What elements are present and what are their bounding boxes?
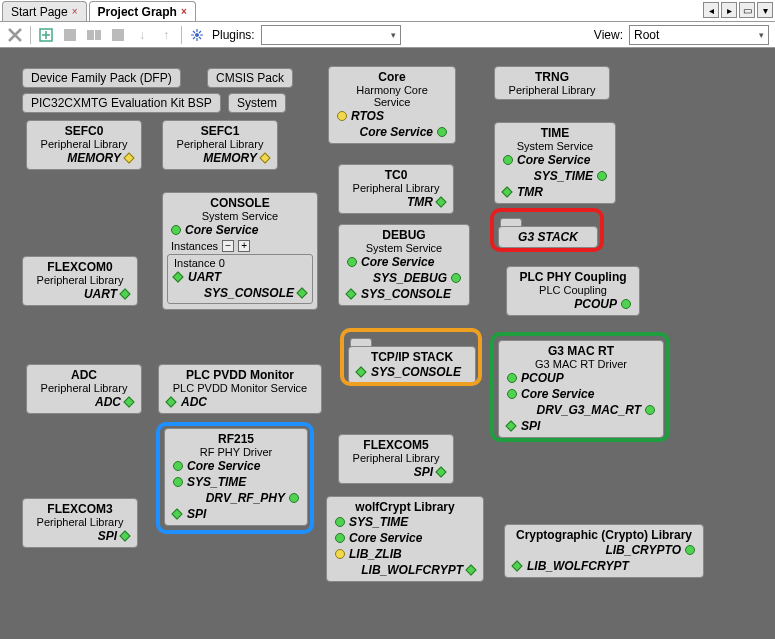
block-time[interactable]: TIME System Service Core Service SYS_TIM… (494, 122, 616, 204)
port-diamond[interactable] (355, 366, 366, 377)
port-dot[interactable] (451, 273, 461, 283)
block-tcpip[interactable]: TCP/IP STACK SYS_CONSOLE (348, 338, 476, 384)
block-title: G3 MAC RT (507, 344, 655, 358)
view-select[interactable]: Root▾ (629, 25, 769, 45)
port-label: RTOS (351, 109, 384, 123)
port-diamond[interactable] (119, 288, 130, 299)
port-diamond[interactable] (171, 508, 182, 519)
port-diamond[interactable] (296, 287, 307, 298)
block-trng[interactable]: TRNG Peripheral Library (494, 66, 610, 100)
port-diamond[interactable] (511, 560, 522, 571)
block-rf215[interactable]: RF215 RF PHY Driver Core Service SYS_TIM… (164, 428, 308, 526)
port-dot[interactable] (685, 545, 695, 555)
group2-button[interactable] (85, 26, 103, 44)
plugins-select[interactable]: ▾ (261, 25, 401, 45)
dropdown-button[interactable]: ▾ (757, 2, 773, 18)
block-title: ADC (35, 368, 133, 382)
close-icon[interactable]: × (72, 6, 78, 17)
close-icon[interactable]: × (181, 6, 187, 17)
tab-project-graph[interactable]: Project Graph × (89, 1, 196, 21)
port-diamond[interactable] (435, 196, 446, 207)
block-wolfcrypt[interactable]: wolfCrypt Library SYS_TIME Core Service … (326, 496, 484, 582)
block-subtitle: System Service (171, 210, 309, 222)
port-diamond[interactable] (259, 152, 270, 163)
port-dot[interactable] (503, 155, 513, 165)
port-diamond[interactable] (123, 396, 134, 407)
pill-system[interactable]: System (228, 93, 286, 113)
tab-start-page[interactable]: Start Page × (2, 1, 87, 21)
block-sefc0[interactable]: SEFC0 Peripheral Library MEMORY (26, 120, 142, 170)
port-dot[interactable] (171, 225, 181, 235)
port-dot[interactable] (437, 127, 447, 137)
scroll-left-button[interactable]: ◂ (703, 2, 719, 18)
block-pvdd[interactable]: PLC PVDD Monitor PLC PVDD Monitor Servic… (158, 364, 322, 414)
port-label: TMR (517, 185, 543, 199)
port-dot[interactable] (337, 111, 347, 121)
block-flexcom0[interactable]: FLEXCOM0 Peripheral Library UART (22, 256, 138, 306)
remove-instance-button[interactable]: − (222, 240, 234, 252)
port-dot[interactable] (289, 493, 299, 503)
block-title: Core (337, 70, 447, 84)
port-dot[interactable] (621, 299, 631, 309)
block-adc[interactable]: ADC Peripheral Library ADC (26, 364, 142, 414)
up-button[interactable]: ↑ (157, 26, 175, 44)
block-console[interactable]: CONSOLE System Service Core Service Inst… (162, 192, 318, 310)
port-label: SYS_CONSOLE (204, 286, 294, 300)
block-tc0[interactable]: TC0 Peripheral Library TMR (338, 164, 454, 214)
port-dot[interactable] (335, 533, 345, 543)
port-diamond[interactable] (123, 152, 134, 163)
port-label: SYS_TIME (349, 515, 408, 529)
add-instance-button[interactable]: + (238, 240, 250, 252)
group3-button[interactable] (109, 26, 127, 44)
group-button[interactable] (61, 26, 79, 44)
instance-title: Instance 0 (174, 257, 306, 269)
port-label: SYS_TIME (187, 475, 246, 489)
graph-canvas[interactable]: Device Family Pack (DFP) CMSIS Pack PIC3… (0, 48, 775, 639)
pill-cmsis[interactable]: CMSIS Pack (207, 68, 293, 88)
pill-dfp[interactable]: Device Family Pack (DFP) (22, 68, 181, 88)
port-label: Core Service (360, 125, 433, 139)
block-crypto[interactable]: Cryptographic (Crypto) Library LIB_CRYPT… (504, 524, 704, 578)
block-plcphy[interactable]: PLC PHY Coupling PLC Coupling PCOUP (506, 266, 640, 316)
block-sefc1[interactable]: SEFC1 Peripheral Library MEMORY (162, 120, 278, 170)
port-diamond[interactable] (501, 186, 512, 197)
port-diamond[interactable] (465, 564, 476, 575)
svg-point-5 (195, 33, 199, 37)
block-debug[interactable]: DEBUG System Service Core Service SYS_DE… (338, 224, 470, 306)
port-dot[interactable] (347, 257, 357, 267)
port-diamond[interactable] (172, 271, 183, 282)
port-dot[interactable] (335, 549, 345, 559)
block-flexcom3[interactable]: FLEXCOM3 Peripheral Library SPI (22, 498, 138, 548)
delete-button[interactable] (6, 26, 24, 44)
port-dot[interactable] (645, 405, 655, 415)
maximize-button[interactable]: ▭ (739, 2, 755, 18)
port-diamond[interactable] (505, 420, 516, 431)
block-title: TIME (503, 126, 607, 140)
port-dot[interactable] (335, 517, 345, 527)
block-g3mac[interactable]: G3 MAC RT G3 MAC RT Driver PCOUP Core Se… (498, 340, 664, 438)
port-dot[interactable] (173, 477, 183, 487)
port-diamond[interactable] (119, 530, 130, 541)
port-dot[interactable] (507, 373, 517, 383)
port-label: LIB_WOLFCRYPT (361, 563, 463, 577)
scroll-right-button[interactable]: ▸ (721, 2, 737, 18)
port-diamond[interactable] (435, 466, 446, 477)
port-label: Core Service (185, 223, 258, 237)
instance-0[interactable]: Instance 0 UART SYS_CONSOLE (167, 254, 313, 304)
block-g3stack[interactable]: G3 STACK (498, 218, 598, 248)
port-label: Core Service (517, 153, 590, 167)
port-label: Core Service (187, 459, 260, 473)
block-flexcom5[interactable]: FLEXCOM5 Peripheral Library SPI (338, 434, 454, 484)
block-core[interactable]: Core Harmony Core Service RTOS Core Serv… (328, 66, 456, 144)
port-diamond[interactable] (165, 396, 176, 407)
down-button[interactable]: ↓ (133, 26, 151, 44)
pill-bsp[interactable]: PIC32CXMTG Evaluation Kit BSP (22, 93, 221, 113)
port-label: Core Service (349, 531, 422, 545)
block-subtitle: Peripheral Library (347, 452, 445, 464)
layout-button[interactable] (188, 26, 206, 44)
port-diamond[interactable] (345, 288, 356, 299)
port-dot[interactable] (507, 389, 517, 399)
port-dot[interactable] (597, 171, 607, 181)
port-dot[interactable] (173, 461, 183, 471)
add-button[interactable] (37, 26, 55, 44)
